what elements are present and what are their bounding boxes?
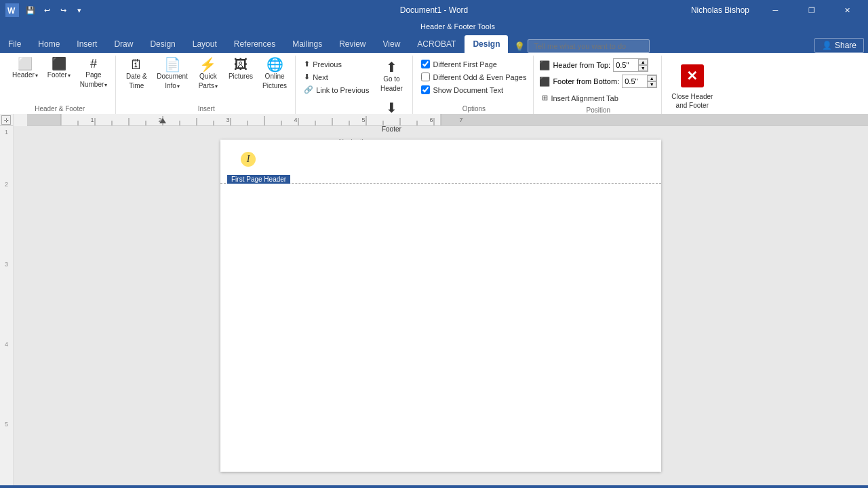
ruler-num-1: 1	[5, 129, 8, 136]
doc-info-dropdown-icon[interactable]: ▾	[177, 83, 180, 89]
page-number-button[interactable]: # Page Number ▾	[76, 56, 112, 91]
footer-bottom-spinner: ▲ ▼	[647, 75, 656, 87]
page-number-dropdown-icon[interactable]: ▾	[104, 82, 107, 88]
next-button[interactable]: ⬇ Next	[301, 71, 372, 83]
undo-icon[interactable]: ↩	[39, 3, 54, 18]
contextual-label-row: Header & Footer Tools	[0, 20, 868, 33]
help-search-area: 💡	[514, 39, 650, 53]
header-top-spinner: ▲ ▼	[638, 59, 648, 71]
title-bar-right: Nicholas Bishop ─ ❐ ✕	[686, 0, 863, 20]
pictures-icon: 🖼	[234, 58, 248, 71]
insert-group-label: Insert	[198, 102, 215, 114]
previous-icon: ⬆	[304, 60, 310, 68]
minimize-button[interactable]: ─	[760, 0, 791, 20]
date-time-button[interactable]: 🗓 Date & Time	[121, 56, 151, 92]
page-number-icon: #	[90, 58, 97, 70]
svg-text:6: 6	[429, 117, 433, 123]
footer-from-bottom-row: ⬛ Footer from Bottom: ▲ ▼	[539, 75, 657, 88]
ribbon-content: ⬜ Header ▾ ⬛ Footer ▾ # Page	[0, 53, 868, 114]
ruler-corner-btn[interactable]: ⊹	[1, 115, 11, 125]
restore-button[interactable]: ❐	[796, 0, 827, 20]
help-search-input[interactable]	[528, 39, 650, 53]
ribbon: Header & Footer Tools File Home Insert D…	[0, 20, 868, 114]
header-top-input[interactable]	[614, 59, 638, 71]
tab-design-hf[interactable]: Design	[465, 35, 508, 53]
svg-text:3: 3	[226, 117, 229, 123]
next-icon: ⬇	[304, 73, 310, 81]
close-header-footer-button[interactable]: Close Headerand Footer	[671, 92, 713, 110]
different-first-page-option[interactable]: Different First Page	[418, 58, 529, 70]
tab-file[interactable]: File	[0, 35, 29, 53]
quick-access-toolbar: 💾 ↩ ↪ ▾	[23, 3, 87, 18]
document-header[interactable]: I First Page Header	[220, 140, 661, 184]
customize-icon[interactable]: ▾	[72, 3, 87, 18]
share-icon: 👤	[822, 41, 832, 50]
quick-parts-dropdown-icon[interactable]: ▾	[215, 83, 218, 89]
header-button[interactable]: ⬜ Header ▾	[8, 56, 42, 81]
header-top-up[interactable]: ▲	[638, 59, 648, 65]
user-account[interactable]: Nicholas Bishop	[686, 4, 755, 16]
footer-button[interactable]: ⬛ Footer ▾	[43, 56, 75, 81]
go-header-icon: ⬆	[386, 60, 397, 74]
go-footer-icon: ⬇	[386, 101, 397, 115]
different-first-page-checkbox[interactable]	[421, 60, 430, 68]
header-from-top-icon: ⬛	[539, 60, 550, 70]
header-icon: ⬜	[18, 58, 33, 70]
share-area: 👤 Share	[814, 38, 868, 53]
quick-parts-button[interactable]: ⚡ Quick Parts ▾	[193, 56, 223, 92]
header-footer-tools-label: Header & Footer Tools	[305, 20, 610, 33]
link-to-previous-button[interactable]: 🔗 Link to Previous	[301, 84, 372, 96]
tab-references[interactable]: References	[226, 35, 283, 53]
tab-home[interactable]: Home	[30, 35, 68, 53]
footer-bottom-up[interactable]: ▲	[647, 75, 656, 81]
show-document-text-checkbox[interactable]	[421, 85, 430, 94]
online-pictures-button[interactable]: 🌐 Online Pictures	[258, 56, 291, 92]
title-bar-left: W 💾 ↩ ↪ ▾	[5, 3, 87, 18]
svg-rect-4	[441, 114, 868, 126]
ribbon-group-options: Different First Page Different Odd & Eve…	[414, 56, 534, 114]
svg-rect-3	[27, 114, 61, 126]
tab-view[interactable]: View	[375, 35, 409, 53]
tab-mailings[interactable]: Mailings	[284, 35, 330, 53]
close-hf-wrapper: ✕	[676, 60, 709, 92]
different-odd-even-option[interactable]: Different Odd & Even Pages	[418, 71, 529, 83]
go-to-header-button[interactable]: ⬆ Go to Header	[374, 58, 408, 95]
title-bar: W 💾 ↩ ↪ ▾ Document1 - Word Nicholas Bish…	[0, 0, 868, 20]
ribbon-tabs-row: File Home Insert Draw Design Layout Refe…	[0, 33, 868, 53]
tab-acrobat[interactable]: ACROBAT	[409, 35, 464, 53]
footer-dropdown-icon[interactable]: ▾	[68, 73, 71, 79]
footer-bottom-down[interactable]: ▼	[647, 81, 656, 87]
different-odd-even-checkbox[interactable]	[421, 73, 430, 81]
ruler-num-4: 4	[5, 339, 8, 348]
first-page-header-label: First Page Header	[227, 175, 290, 184]
document-body[interactable]	[220, 184, 661, 421]
show-document-text-option[interactable]: Show Document Text	[418, 84, 529, 96]
insert-items: 🗓 Date & Time 📄 Document Info ▾ ⚡	[121, 56, 291, 102]
ribbon-group-header-footer: ⬜ Header ▾ ⬛ Footer ▾ # Page	[4, 56, 116, 114]
header-top-input-group: ▲ ▼	[613, 58, 648, 72]
horizontal-ruler: 1 2 3 4 5 6 7	[27, 114, 868, 126]
ribbon-group-close: ✕ Close Headerand Footer Close	[663, 56, 721, 114]
tab-review[interactable]: Review	[331, 35, 374, 53]
pictures-button[interactable]: 🖼 Pictures	[224, 56, 257, 83]
document-page[interactable]: I First Page Header	[220, 140, 661, 472]
header-footer-items: ⬜ Header ▾ ⬛ Footer ▾ # Page	[8, 56, 111, 102]
document-info-button[interactable]: 📄 Document Info ▾	[153, 56, 192, 92]
tab-layout[interactable]: Layout	[184, 35, 225, 53]
tab-insert[interactable]: Insert	[68, 35, 105, 53]
hf-group-label: Header & Footer	[35, 102, 85, 114]
header-dropdown-icon[interactable]: ▾	[35, 73, 38, 79]
doc-info-icon: 📄	[164, 58, 181, 71]
footer-bottom-input[interactable]	[623, 75, 647, 87]
close-button[interactable]: ✕	[832, 0, 863, 20]
quick-parts-icon: ⚡	[199, 58, 216, 71]
previous-button[interactable]: ⬆ Previous	[301, 58, 372, 70]
tab-design[interactable]: Design	[142, 35, 183, 53]
insert-alignment-tab-button[interactable]: ⊞ Insert Alignment Tab	[539, 91, 657, 104]
save-icon[interactable]: 💾	[23, 3, 38, 18]
tab-draw[interactable]: Draw	[106, 35, 141, 53]
share-button[interactable]: 👤 Share	[814, 38, 864, 53]
header-top-down[interactable]: ▼	[638, 65, 648, 71]
document-area: I First Page Header	[14, 126, 868, 485]
redo-icon[interactable]: ↪	[56, 3, 71, 18]
